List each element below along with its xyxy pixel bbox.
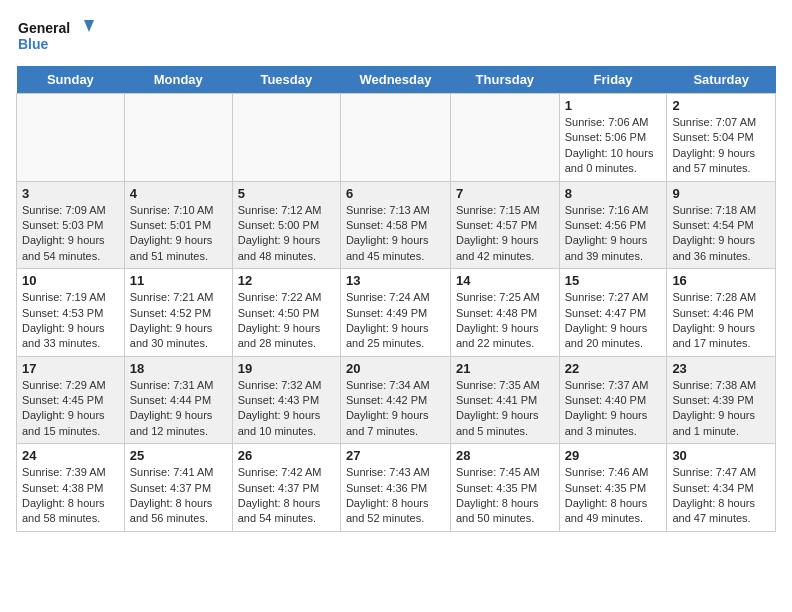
day-number: 8: [565, 186, 662, 201]
day-info: Sunrise: 7:24 AM Sunset: 4:49 PM Dayligh…: [346, 290, 445, 352]
calendar-cell: 17Sunrise: 7:29 AM Sunset: 4:45 PM Dayli…: [17, 356, 125, 444]
day-number: 20: [346, 361, 445, 376]
calendar-cell: 15Sunrise: 7:27 AM Sunset: 4:47 PM Dayli…: [559, 269, 667, 357]
day-number: 25: [130, 448, 227, 463]
logo-svg: General Blue: [16, 16, 96, 56]
day-info: Sunrise: 7:27 AM Sunset: 4:47 PM Dayligh…: [565, 290, 662, 352]
day-number: 2: [672, 98, 770, 113]
calendar-day-header: Monday: [124, 66, 232, 94]
day-number: 7: [456, 186, 554, 201]
calendar-cell: [340, 94, 450, 182]
calendar-day-header: Tuesday: [232, 66, 340, 94]
calendar-cell: 2Sunrise: 7:07 AM Sunset: 5:04 PM Daylig…: [667, 94, 776, 182]
day-info: Sunrise: 7:47 AM Sunset: 4:34 PM Dayligh…: [672, 465, 770, 527]
day-number: 18: [130, 361, 227, 376]
calendar-week-row: 17Sunrise: 7:29 AM Sunset: 4:45 PM Dayli…: [17, 356, 776, 444]
calendar-cell: 18Sunrise: 7:31 AM Sunset: 4:44 PM Dayli…: [124, 356, 232, 444]
day-number: 17: [22, 361, 119, 376]
day-number: 14: [456, 273, 554, 288]
day-number: 4: [130, 186, 227, 201]
day-info: Sunrise: 7:06 AM Sunset: 5:06 PM Dayligh…: [565, 115, 662, 177]
calendar-cell: 9Sunrise: 7:18 AM Sunset: 4:54 PM Daylig…: [667, 181, 776, 269]
day-info: Sunrise: 7:42 AM Sunset: 4:37 PM Dayligh…: [238, 465, 335, 527]
day-info: Sunrise: 7:31 AM Sunset: 4:44 PM Dayligh…: [130, 378, 227, 440]
day-number: 27: [346, 448, 445, 463]
day-info: Sunrise: 7:43 AM Sunset: 4:36 PM Dayligh…: [346, 465, 445, 527]
calendar-cell: 1Sunrise: 7:06 AM Sunset: 5:06 PM Daylig…: [559, 94, 667, 182]
calendar-week-row: 1Sunrise: 7:06 AM Sunset: 5:06 PM Daylig…: [17, 94, 776, 182]
day-number: 12: [238, 273, 335, 288]
day-number: 10: [22, 273, 119, 288]
day-number: 3: [22, 186, 119, 201]
calendar-cell: 10Sunrise: 7:19 AM Sunset: 4:53 PM Dayli…: [17, 269, 125, 357]
calendar-cell: 12Sunrise: 7:22 AM Sunset: 4:50 PM Dayli…: [232, 269, 340, 357]
day-info: Sunrise: 7:32 AM Sunset: 4:43 PM Dayligh…: [238, 378, 335, 440]
calendar-cell: 25Sunrise: 7:41 AM Sunset: 4:37 PM Dayli…: [124, 444, 232, 532]
day-number: 29: [565, 448, 662, 463]
day-number: 30: [672, 448, 770, 463]
day-info: Sunrise: 7:28 AM Sunset: 4:46 PM Dayligh…: [672, 290, 770, 352]
day-info: Sunrise: 7:21 AM Sunset: 4:52 PM Dayligh…: [130, 290, 227, 352]
calendar-week-row: 3Sunrise: 7:09 AM Sunset: 5:03 PM Daylig…: [17, 181, 776, 269]
calendar-cell: [450, 94, 559, 182]
day-info: Sunrise: 7:29 AM Sunset: 4:45 PM Dayligh…: [22, 378, 119, 440]
day-info: Sunrise: 7:07 AM Sunset: 5:04 PM Dayligh…: [672, 115, 770, 177]
day-info: Sunrise: 7:09 AM Sunset: 5:03 PM Dayligh…: [22, 203, 119, 265]
calendar-cell: 3Sunrise: 7:09 AM Sunset: 5:03 PM Daylig…: [17, 181, 125, 269]
calendar-cell: 5Sunrise: 7:12 AM Sunset: 5:00 PM Daylig…: [232, 181, 340, 269]
calendar-week-row: 24Sunrise: 7:39 AM Sunset: 4:38 PM Dayli…: [17, 444, 776, 532]
day-number: 5: [238, 186, 335, 201]
day-info: Sunrise: 7:34 AM Sunset: 4:42 PM Dayligh…: [346, 378, 445, 440]
day-info: Sunrise: 7:10 AM Sunset: 5:01 PM Dayligh…: [130, 203, 227, 265]
day-info: Sunrise: 7:19 AM Sunset: 4:53 PM Dayligh…: [22, 290, 119, 352]
day-info: Sunrise: 7:45 AM Sunset: 4:35 PM Dayligh…: [456, 465, 554, 527]
day-number: 21: [456, 361, 554, 376]
calendar-header-row: SundayMondayTuesdayWednesdayThursdayFrid…: [17, 66, 776, 94]
calendar-cell: 19Sunrise: 7:32 AM Sunset: 4:43 PM Dayli…: [232, 356, 340, 444]
calendar-week-row: 10Sunrise: 7:19 AM Sunset: 4:53 PM Dayli…: [17, 269, 776, 357]
calendar-cell: 4Sunrise: 7:10 AM Sunset: 5:01 PM Daylig…: [124, 181, 232, 269]
day-info: Sunrise: 7:39 AM Sunset: 4:38 PM Dayligh…: [22, 465, 119, 527]
calendar-cell: 7Sunrise: 7:15 AM Sunset: 4:57 PM Daylig…: [450, 181, 559, 269]
calendar-cell: 11Sunrise: 7:21 AM Sunset: 4:52 PM Dayli…: [124, 269, 232, 357]
day-info: Sunrise: 7:15 AM Sunset: 4:57 PM Dayligh…: [456, 203, 554, 265]
day-info: Sunrise: 7:25 AM Sunset: 4:48 PM Dayligh…: [456, 290, 554, 352]
calendar-table: SundayMondayTuesdayWednesdayThursdayFrid…: [16, 66, 776, 532]
day-info: Sunrise: 7:18 AM Sunset: 4:54 PM Dayligh…: [672, 203, 770, 265]
day-info: Sunrise: 7:13 AM Sunset: 4:58 PM Dayligh…: [346, 203, 445, 265]
calendar-day-header: Thursday: [450, 66, 559, 94]
calendar-cell: 28Sunrise: 7:45 AM Sunset: 4:35 PM Dayli…: [450, 444, 559, 532]
day-info: Sunrise: 7:22 AM Sunset: 4:50 PM Dayligh…: [238, 290, 335, 352]
day-number: 15: [565, 273, 662, 288]
day-number: 26: [238, 448, 335, 463]
calendar-cell: 26Sunrise: 7:42 AM Sunset: 4:37 PM Dayli…: [232, 444, 340, 532]
calendar-cell: 21Sunrise: 7:35 AM Sunset: 4:41 PM Dayli…: [450, 356, 559, 444]
svg-text:Blue: Blue: [18, 36, 49, 52]
logo: General Blue: [16, 16, 96, 56]
calendar-cell: 14Sunrise: 7:25 AM Sunset: 4:48 PM Dayli…: [450, 269, 559, 357]
day-number: 23: [672, 361, 770, 376]
calendar-cell: 6Sunrise: 7:13 AM Sunset: 4:58 PM Daylig…: [340, 181, 450, 269]
calendar-cell: 27Sunrise: 7:43 AM Sunset: 4:36 PM Dayli…: [340, 444, 450, 532]
day-info: Sunrise: 7:12 AM Sunset: 5:00 PM Dayligh…: [238, 203, 335, 265]
day-number: 6: [346, 186, 445, 201]
calendar-day-header: Saturday: [667, 66, 776, 94]
day-info: Sunrise: 7:35 AM Sunset: 4:41 PM Dayligh…: [456, 378, 554, 440]
day-number: 24: [22, 448, 119, 463]
day-number: 22: [565, 361, 662, 376]
calendar-cell: [232, 94, 340, 182]
calendar-cell: 23Sunrise: 7:38 AM Sunset: 4:39 PM Dayli…: [667, 356, 776, 444]
day-info: Sunrise: 7:16 AM Sunset: 4:56 PM Dayligh…: [565, 203, 662, 265]
calendar-day-header: Wednesday: [340, 66, 450, 94]
day-info: Sunrise: 7:38 AM Sunset: 4:39 PM Dayligh…: [672, 378, 770, 440]
day-number: 28: [456, 448, 554, 463]
calendar-cell: 16Sunrise: 7:28 AM Sunset: 4:46 PM Dayli…: [667, 269, 776, 357]
calendar-day-header: Sunday: [17, 66, 125, 94]
calendar-day-header: Friday: [559, 66, 667, 94]
day-number: 9: [672, 186, 770, 201]
calendar-cell: 30Sunrise: 7:47 AM Sunset: 4:34 PM Dayli…: [667, 444, 776, 532]
day-number: 16: [672, 273, 770, 288]
calendar-cell: [124, 94, 232, 182]
calendar-cell: 20Sunrise: 7:34 AM Sunset: 4:42 PM Dayli…: [340, 356, 450, 444]
calendar-cell: [17, 94, 125, 182]
